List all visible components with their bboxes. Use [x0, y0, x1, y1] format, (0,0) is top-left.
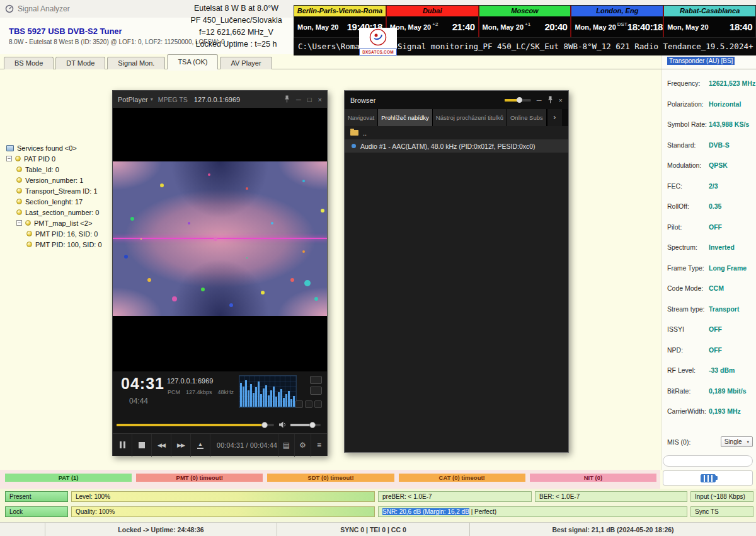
- transponder-header[interactable]: Transponder (AU) [BS]: [667, 57, 735, 65]
- player-app-name[interactable]: PotPlayer: [118, 96, 148, 103]
- clock-cell-london-eng: London, EngMon, May 20DST18:40:18: [571, 6, 664, 37]
- clock-date: Mon, May 20: [575, 23, 616, 31]
- clock-time: 21:40: [452, 21, 475, 32]
- transponder-field-standard: Standard:DVB-S: [667, 141, 753, 149]
- previous-button[interactable]: ◀◀: [152, 434, 171, 457]
- field-value: Transport: [709, 305, 753, 313]
- volume-knob[interactable]: [309, 422, 316, 428]
- stream-url-label: 127.0.0.1:6969: [167, 377, 213, 385]
- tree-expander-icon[interactable]: −: [16, 220, 22, 226]
- tree-item-pmt-map-list-2[interactable]: −PMT_map_list <2>: [6, 218, 111, 228]
- playlist-icon: ▤: [283, 441, 290, 450]
- bookmark-b-button[interactable]: [305, 400, 312, 408]
- player-right-buttons: ▤ ⚙ ≡: [278, 434, 327, 457]
- next-button[interactable]: ▶▶: [171, 434, 191, 457]
- codec-info: PCM 127.4kbps 48kHz: [168, 389, 234, 395]
- browser-titlebar[interactable]: Browser ─ ×: [345, 91, 568, 109]
- clock-offset: +1: [525, 21, 530, 27]
- chevron-down-icon: ▾: [747, 440, 749, 445]
- clock-cell-dubai: DubaiMon, May 20+221:40: [387, 6, 479, 37]
- transponder-field-spectrum: Spectrum:Inverted: [667, 243, 753, 251]
- tab-dt-mode[interactable]: DT Mode: [55, 57, 105, 69]
- transponder-field-issyi: ISSYIOFF: [667, 325, 753, 333]
- seek-row: [113, 417, 327, 433]
- tree-item-last-section-number-0[interactable]: Last_section_number: 0: [6, 207, 111, 218]
- tree-item-pmt-pid-16-sid-0[interactable]: PMT PID: 16, SID: 0: [6, 228, 111, 239]
- maximize-icon[interactable]: □: [307, 96, 312, 103]
- audio-track-row[interactable]: Audio #1 - AAC(LATM), 48.0 kHz (PID:0x01…: [345, 139, 568, 153]
- close-icon[interactable]: ×: [559, 96, 563, 104]
- browser-tab-prohl-e-nab-dky[interactable]: Prohlížeč nabídky: [378, 109, 433, 126]
- player-mini-buttons: [310, 376, 322, 395]
- psi-indicator-sdt-0-timeout: SDT (0) timeout!: [267, 474, 394, 482]
- tab-bs-mode[interactable]: BS Mode: [4, 57, 54, 69]
- seek-knob[interactable]: [261, 422, 268, 428]
- browser-tab-online-subs[interactable]: Online Subs: [507, 109, 547, 126]
- satellite-dish-logo-icon: [369, 28, 387, 46]
- browser-tab-n-stroj-proch-zen-titulk[interactable]: Nástroj procházení titulků: [433, 109, 507, 126]
- tree-item-pmt-pid-100-sid-0[interactable]: PMT PID: 100, SID: 0: [6, 239, 111, 250]
- field-value: 2/3: [709, 182, 753, 190]
- potplayer-window: PotPlayer ▾ MPEG TS 127.0.0.1:6969 ─ □ ×…: [112, 90, 328, 456]
- pause-icon: [120, 441, 122, 448]
- tree-item-version-number-1[interactable]: Version_number: 1: [6, 175, 111, 185]
- browser-tab-navigovat[interactable]: Navigovat: [345, 109, 378, 126]
- status-uptime: Locked -> Uptime: 24:48:36: [45, 523, 277, 536]
- browser-content: .. Audio #1 - AAC(LATM), 48.0 kHz (PID:0…: [345, 126, 568, 452]
- minimize-icon[interactable]: ─: [537, 96, 542, 104]
- transponder-field-code-mode: Code Mode:CCM: [667, 284, 753, 292]
- tab-av-player[interactable]: AV Player: [220, 57, 272, 69]
- seek-bar[interactable]: [117, 424, 274, 426]
- minimize-icon[interactable]: ─: [296, 96, 301, 103]
- battery-indicator-box: [663, 470, 753, 486]
- preber-indicator: preBER: < 1.0E-7: [378, 491, 532, 502]
- clock-date: Mon, May 20: [667, 23, 708, 31]
- volume-slider[interactable]: [290, 424, 321, 426]
- menu-button[interactable]: ≡: [311, 434, 327, 457]
- transponder-field-fec: FEC:2/3: [667, 182, 753, 190]
- tree-item-table-id-0[interactable]: Table_Id: 0: [6, 164, 111, 175]
- tree-item-section-lenght-17[interactable]: Section_lenght: 17: [6, 196, 111, 207]
- ab-repeat-button[interactable]: [310, 376, 322, 384]
- tree-item-services-found-0[interactable]: Services found <0>: [6, 143, 111, 153]
- tree-item-transport-stream-id-1[interactable]: Transport_Stream ID: 1: [6, 185, 111, 196]
- video-area[interactable]: [113, 108, 327, 371]
- transponder-field-polarization: Polarization:Horizontal: [667, 100, 753, 108]
- speaker-icon[interactable]: [279, 421, 287, 430]
- browser-opacity-slider[interactable]: [505, 99, 531, 102]
- browser-tab-overflow-button[interactable]: ›: [547, 109, 562, 126]
- field-value: Long Frame: [709, 264, 753, 272]
- samplerate-label: 48kHz: [218, 389, 234, 395]
- repeat-button[interactable]: [310, 387, 322, 395]
- capture-button[interactable]: [314, 400, 322, 408]
- dxsatcs-logo: DXSATCS.COM: [359, 28, 397, 56]
- tree-node-icon: [16, 188, 22, 194]
- transponder-field-pilot: Pilot:OFF: [667, 223, 753, 231]
- horizontal-scroll-placeholder[interactable]: [663, 455, 753, 467]
- stop-button[interactable]: [132, 434, 152, 457]
- parent-folder-label: ..: [363, 129, 367, 137]
- eject-button[interactable]: ▲: [191, 434, 210, 457]
- settings-button[interactable]: ⚙: [294, 434, 311, 457]
- status-counters: SYNC 0 | TEI 0 | CC 0: [277, 523, 470, 536]
- parent-folder-row[interactable]: ..: [345, 126, 568, 139]
- clock-date: Mon, May 20: [483, 23, 524, 31]
- pin-icon[interactable]: [547, 96, 553, 105]
- pin-icon[interactable]: [284, 95, 290, 104]
- tree-expander-icon[interactable]: −: [6, 156, 12, 161]
- signal-analyzer-app-icon: [5, 4, 14, 15]
- clock-cell-rabat-casablanca: Rabat-CasablancaMon, May 2018:40: [664, 6, 755, 37]
- player-titlebar[interactable]: PotPlayer ▾ MPEG TS 127.0.0.1:6969 ─ □ ×: [113, 91, 327, 108]
- playlist-button[interactable]: ▤: [278, 434, 294, 457]
- bitrate-label: 127.4kbps: [186, 389, 212, 395]
- field-value: OFF: [709, 346, 753, 354]
- field-label: Stream type:: [667, 305, 709, 313]
- tab-tsa-ok[interactable]: TSA (OK): [167, 54, 218, 69]
- tree-item-pat-pid-0[interactable]: −PAT PID 0: [6, 153, 111, 164]
- tab-signal-mon[interactable]: Signal Mon.: [107, 57, 165, 69]
- close-icon[interactable]: ×: [318, 96, 322, 103]
- bookmark-a-button[interactable]: [295, 400, 303, 408]
- mis-select[interactable]: Single ▾: [721, 436, 753, 447]
- next-icon: ▶▶: [177, 442, 185, 448]
- pause-button[interactable]: [113, 434, 132, 457]
